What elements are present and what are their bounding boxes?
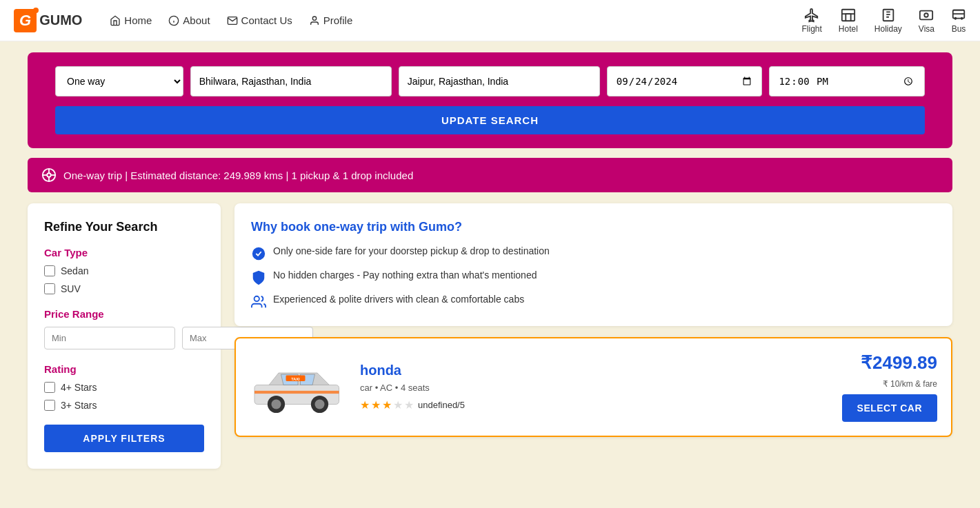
trip-info-bar: One-way trip | Estimated distance: 249.9… xyxy=(28,158,952,192)
nav-home[interactable]: Home xyxy=(110,14,152,26)
star-2: ★ xyxy=(371,398,381,412)
mail-icon xyxy=(227,15,238,26)
why-item-2: No hidden charges - Pay nothing extra th… xyxy=(251,270,936,285)
date-input[interactable] xyxy=(607,66,763,96)
update-search-button[interactable]: UPDATE SEARCH xyxy=(55,106,925,134)
per-km: ₹ 10/km & fare xyxy=(883,379,937,389)
logo-icon: G xyxy=(14,9,37,32)
nav-flight[interactable]: Flight xyxy=(801,8,821,34)
svg-rect-6 xyxy=(920,10,932,19)
svg-point-12 xyxy=(47,173,51,177)
min-price-input[interactable] xyxy=(44,327,175,349)
plane-icon xyxy=(804,8,819,23)
why-book-items: Only one-side fare for your doorstep pic… xyxy=(251,245,936,309)
navbar: G GUMO Home About Contact Us Profile Fli… xyxy=(0,0,980,41)
visa-icon xyxy=(919,8,934,23)
rating-text: undefined/5 xyxy=(418,400,465,410)
logo-text: GUMO xyxy=(39,12,82,28)
nav-bus[interactable]: Bus xyxy=(951,8,966,34)
nav-visa[interactable]: Visa xyxy=(919,8,934,34)
to-input[interactable] xyxy=(399,66,600,96)
rating-group: 4+ Stars 3+ Stars xyxy=(44,382,204,411)
users-icon xyxy=(251,294,266,309)
car-price: ₹2499.89 xyxy=(861,352,937,374)
select-car-button[interactable]: SELECT CAR xyxy=(842,394,937,422)
car-specs: car • AC • 4 seats xyxy=(360,383,828,393)
why-book-title: Why book one-way trip with Gumo? xyxy=(251,220,936,234)
bus-icon xyxy=(951,8,966,23)
svg-point-23 xyxy=(315,399,325,409)
star-4: ★ xyxy=(393,398,403,412)
car-details: honda car • AC • 4 seats ★ ★ ★ ★ ★ undef… xyxy=(360,363,828,412)
suv-checkbox[interactable]: SUV xyxy=(44,283,204,294)
car-image: TAXI xyxy=(250,356,346,418)
car-name: honda xyxy=(360,363,828,378)
search-section: One way Round trip UPDATE SEARCH xyxy=(28,52,952,148)
svg-text:TAXI: TAXI xyxy=(291,376,300,380)
svg-point-21 xyxy=(272,399,281,409)
car-rating: ★ ★ ★ ★ ★ undefined/5 xyxy=(360,398,828,412)
main-content: Refine Your Search Car Type Sedan SUV Pr… xyxy=(28,203,952,469)
car-card: TAXI honda car • AC • 4 seats ★ ★ ★ ★ ★ … xyxy=(234,337,952,437)
svg-point-3 xyxy=(312,17,316,20)
rating-label: Rating xyxy=(44,363,204,375)
svg-point-9 xyxy=(955,17,957,19)
price-range-label: Price Range xyxy=(44,308,204,320)
svg-rect-24 xyxy=(254,390,339,393)
why-book-section: Why book one-way trip with Gumo? Only on… xyxy=(234,203,952,326)
trip-type-select[interactable]: One way Round trip xyxy=(55,66,183,96)
nav-profile[interactable]: Profile xyxy=(309,14,353,26)
rating-3-checkbox[interactable]: 3+ Stars xyxy=(44,400,204,411)
car-type-group: Sedan SUV xyxy=(44,265,204,294)
logo[interactable]: G GUMO xyxy=(14,9,82,32)
star-3: ★ xyxy=(382,398,392,412)
steering-icon xyxy=(41,167,57,183)
nav-about[interactable]: About xyxy=(168,14,210,26)
car-price-section: ₹2499.89 ₹ 10/km & fare SELECT CAR xyxy=(842,352,937,422)
price-inputs xyxy=(44,327,204,349)
svg-rect-4 xyxy=(842,9,854,21)
user-icon xyxy=(309,15,320,26)
svg-point-7 xyxy=(925,13,929,17)
check-circle-icon xyxy=(251,246,266,261)
nav-contact[interactable]: Contact Us xyxy=(227,14,292,26)
car-type-label: Car Type xyxy=(44,247,204,258)
nav-hotel[interactable]: Hotel xyxy=(839,8,858,34)
hotel-icon xyxy=(841,8,856,23)
right-panel: Why book one-way trip with Gumo? Only on… xyxy=(234,203,952,469)
time-input[interactable] xyxy=(769,66,925,96)
nav-right: Flight Hotel Holiday Visa Bus xyxy=(801,8,966,34)
nav-holiday[interactable]: Holiday xyxy=(874,8,902,34)
holiday-icon xyxy=(881,8,896,23)
info-icon xyxy=(168,15,179,26)
search-fields: One way Round trip xyxy=(55,66,925,96)
star-1: ★ xyxy=(360,398,370,412)
shield-icon xyxy=(251,270,266,285)
nav-links: Home About Contact Us Profile xyxy=(110,14,801,26)
sidebar: Refine Your Search Car Type Sedan SUV Pr… xyxy=(28,203,221,469)
star-5: ★ xyxy=(404,398,414,412)
rating-3-check[interactable] xyxy=(44,400,55,411)
rating-4-checkbox[interactable]: 4+ Stars xyxy=(44,382,204,393)
apply-filters-button[interactable]: APPLY FILTERS xyxy=(44,425,204,452)
sedan-checkbox[interactable]: Sedan xyxy=(44,265,204,276)
rating-4-check[interactable] xyxy=(44,382,55,393)
sedan-check[interactable] xyxy=(44,265,55,276)
home-icon xyxy=(110,15,121,26)
svg-point-18 xyxy=(254,296,259,301)
from-input[interactable] xyxy=(190,66,392,96)
why-item-3: Experienced & polite drivers with clean … xyxy=(251,294,936,309)
trip-info-text: One-way trip | Estimated distance: 249.9… xyxy=(63,170,413,181)
suv-check[interactable] xyxy=(44,283,55,294)
why-item-1: Only one-side fare for your doorstep pic… xyxy=(251,245,936,261)
svg-point-17 xyxy=(252,247,265,260)
svg-point-10 xyxy=(961,17,963,19)
sidebar-title: Refine Your Search xyxy=(44,220,204,234)
